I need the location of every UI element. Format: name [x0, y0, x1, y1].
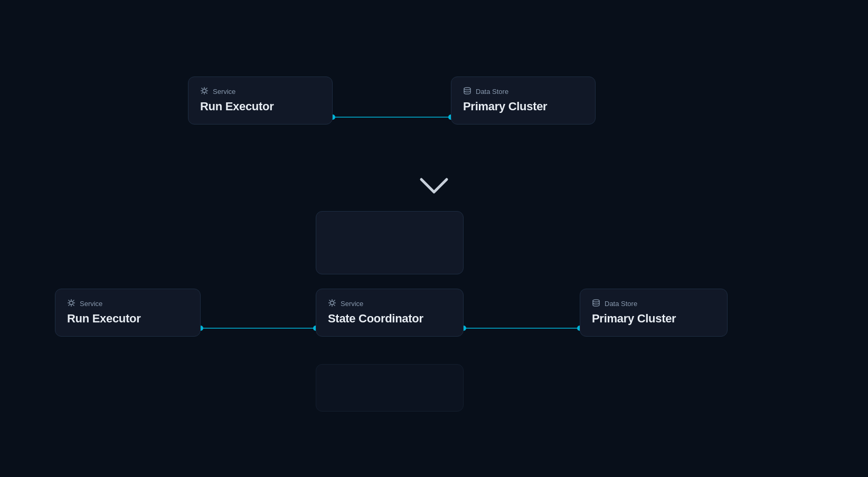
- svg-line-33: [329, 300, 331, 301]
- node-top-data-store[interactable]: Data Store Primary Cluster: [451, 77, 596, 125]
- node-title: Primary Cluster: [463, 100, 583, 113]
- svg-line-34: [334, 305, 335, 306]
- database-icon: [592, 299, 600, 309]
- svg-line-26: [73, 300, 74, 301]
- svg-rect-9: [203, 89, 206, 92]
- svg-point-37: [593, 300, 599, 302]
- node-bottom-run-executor[interactable]: Service Run Executor: [55, 289, 201, 337]
- service-icon: [67, 299, 76, 309]
- node-type-text: Service: [80, 300, 102, 308]
- chevron-expand[interactable]: [417, 174, 451, 199]
- svg-line-24: [69, 300, 70, 301]
- service-icon: [200, 87, 209, 97]
- svg-line-35: [334, 300, 335, 301]
- svg-line-15: [206, 93, 207, 94]
- node-type-label: Data Store: [592, 299, 715, 309]
- diagram-canvas: Service Run Executor Data Store Primary …: [0, 0, 868, 477]
- svg-rect-19: [70, 301, 73, 304]
- node-type-text: Data Store: [476, 88, 508, 96]
- node-title: State Coordinator: [328, 312, 451, 326]
- svg-point-18: [464, 88, 470, 90]
- service-icon: [328, 299, 336, 309]
- svg-rect-28: [331, 301, 334, 304]
- svg-line-14: [202, 88, 203, 89]
- node-bottom-partial: [316, 364, 464, 412]
- node-title: Primary Cluster: [592, 312, 715, 326]
- svg-line-17: [202, 93, 203, 94]
- node-top-run-executor[interactable]: Service Run Executor: [188, 77, 333, 125]
- svg-line-25: [73, 305, 74, 306]
- node-type-label: Service: [328, 299, 451, 309]
- node-title: Run Executor: [200, 100, 320, 113]
- node-bottom-data-store[interactable]: Data Store Primary Cluster: [580, 289, 728, 337]
- node-middle-expanding: [316, 211, 464, 274]
- chevron-icon: [417, 174, 451, 197]
- database-icon: [463, 87, 471, 97]
- node-type-text: Data Store: [605, 300, 637, 308]
- svg-line-36: [329, 305, 331, 306]
- node-bottom-state-coordinator[interactable]: Service State Coordinator: [316, 289, 464, 337]
- node-type-text: Service: [213, 88, 235, 96]
- svg-line-16: [206, 88, 207, 89]
- node-type-label: Data Store: [463, 87, 583, 97]
- node-title: Run Executor: [67, 312, 188, 326]
- svg-line-27: [69, 305, 70, 306]
- node-type-label: Service: [67, 299, 188, 309]
- node-type-label: Service: [200, 87, 320, 97]
- node-type-text: Service: [341, 300, 363, 308]
